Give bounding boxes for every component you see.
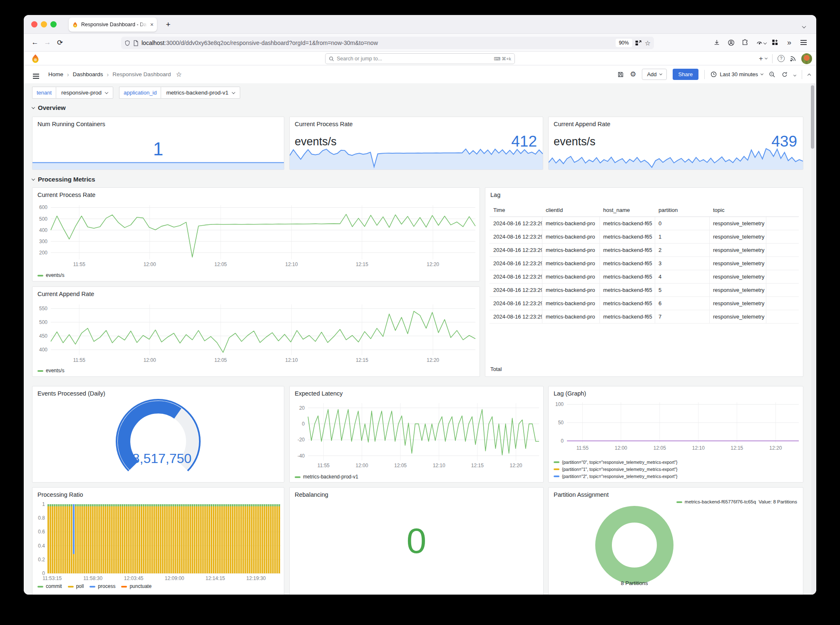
timeseries-chart[interactable]: 11:5512:0012:0512:1012:1512:20-40-20020	[290, 400, 543, 470]
add-menu-button[interactable]: +	[759, 55, 767, 63]
bookmark-star-icon[interactable]: ☆	[645, 39, 651, 47]
menu-icon[interactable]	[796, 40, 810, 45]
picture-in-picture-icon[interactable]	[635, 40, 642, 46]
sparkline	[32, 160, 284, 169]
collapse-toolbar-icon[interactable]	[808, 71, 810, 78]
variable-application-id-value[interactable]: metrics-backend-prod-v1	[161, 87, 240, 99]
overflow-icon[interactable]: »	[782, 38, 796, 47]
grafana-logo-icon[interactable]	[30, 53, 40, 64]
timeseries-chart[interactable]: 11:5512:0012:0512:1012:1512:20050100	[549, 399, 803, 452]
chart-legend[interactable]: {partition="0", topic="responsive_teleme…	[554, 460, 678, 479]
panel-processing-ratio[interactable]: Processing Ratio 00.20.40.60.8111:53:151…	[32, 487, 284, 595]
search-input[interactable]	[337, 56, 491, 62]
table-row[interactable]: 2024-08-16 12:23:29metrics-backend-prome…	[490, 270, 799, 284]
section-overview[interactable]: Overview	[32, 104, 66, 111]
dashboard-canvas: tenant responsive-prod application_id me…	[24, 83, 816, 595]
new-tab-button[interactable]: +	[163, 19, 174, 30]
panel-lag-graph[interactable]: Lag (Graph) 11:5512:0012:0512:1012:1512:…	[548, 386, 803, 483]
settings-gear-icon[interactable]: ⚙	[630, 70, 636, 79]
legend-item[interactable]: {partition="2", topic="responsive_teleme…	[554, 474, 678, 479]
back-button[interactable]: ←	[29, 38, 41, 47]
avatar[interactable]	[801, 53, 812, 64]
zoom-out-icon[interactable]	[769, 71, 775, 78]
scrollbar-thumb[interactable]	[811, 85, 814, 149]
table-row[interactable]: 2024-08-16 12:23:29metrics-backend-prome…	[490, 297, 799, 310]
legend-item[interactable]: commit	[37, 583, 62, 589]
legend-item[interactable]: process	[89, 583, 115, 589]
panel-current-process-rate-stat[interactable]: Current Process Rate events/s 412	[289, 117, 543, 170]
zoom-window-button[interactable]	[50, 21, 57, 27]
legend-item[interactable]: punctuate	[121, 583, 152, 589]
refresh-interval-chevron-icon[interactable]	[794, 71, 796, 78]
table-row[interactable]: 2024-08-16 12:23:29metrics-backend-prome…	[490, 244, 799, 257]
favorite-star-icon[interactable]: ☆	[176, 70, 182, 78]
tab-list-chevron-icon[interactable]	[803, 22, 805, 30]
panel-current-append-rate-chart[interactable]: Current Append Rate 11:5512:0012:0512:10…	[32, 286, 480, 377]
extension-icon[interactable]	[738, 39, 752, 46]
table-cell	[766, 284, 799, 296]
download-icon[interactable]	[710, 39, 724, 46]
chart-legend[interactable]: events/s	[37, 368, 65, 374]
svg-text:12:10: 12:10	[285, 261, 298, 267]
legend-item[interactable]: poll	[68, 583, 84, 589]
scrollbar[interactable]	[811, 83, 815, 595]
stacked-bar-chart[interactable]: 00.20.40.60.8111:53:1511:58:3012:03:4512…	[32, 502, 284, 582]
help-icon[interactable]: ?	[778, 55, 785, 62]
time-range-button[interactable]: Last 30 minutes	[711, 71, 763, 77]
chart-legend[interactable]: events/s	[37, 272, 65, 278]
section-processing-metrics[interactable]: Processing Metrics	[32, 176, 95, 183]
add-button[interactable]: Add	[642, 69, 666, 80]
table-cell: 2	[655, 244, 710, 256]
zoom-level-badge[interactable]: 90%	[616, 39, 632, 47]
panel-rebalancing[interactable]: Rebalancing 0	[289, 487, 544, 595]
news-icon[interactable]	[790, 55, 796, 62]
panel-expected-latency[interactable]: Expected Latency 11:5512:0012:0512:1012:…	[289, 386, 544, 483]
save-icon[interactable]	[617, 71, 624, 78]
address-bar[interactable]: localhost:3000/d/ddv0xy63e8q2oc/responsi…	[121, 37, 654, 49]
panel-current-process-rate-chart[interactable]: Current Process Rate 11:5512:0012:0512:1…	[32, 187, 480, 281]
extensions-icon[interactable]	[768, 39, 782, 46]
tab-close-icon[interactable]: ×	[150, 21, 154, 28]
lag-table[interactable]: TimeclientIdhost_namepartitiontopic2024-…	[490, 204, 799, 324]
legend-swatch	[676, 501, 682, 503]
share-button[interactable]: Share	[673, 69, 699, 80]
timeseries-chart[interactable]: 11:5512:0012:0512:1012:1512:202003004005…	[32, 202, 480, 269]
chart-legend[interactable]: metrics-backend-f65776f76-tc65q Value: 8…	[676, 499, 797, 504]
panel-events-processed-gauge[interactable]: Events Processed (Daily) 38,517,750	[32, 386, 284, 483]
table-row[interactable]: 2024-08-16 12:23:29metrics-backend-prome…	[490, 284, 799, 297]
breadcrumb-dashboards[interactable]: Dashboards	[73, 71, 103, 77]
chart-legend[interactable]: metrics-backend-prod-v1	[295, 474, 358, 480]
chart-legend[interactable]: commitpollprocesspunctuate	[37, 583, 152, 589]
legend-item[interactable]: {partition="0", topic="responsive_teleme…	[554, 460, 678, 465]
shield-icon[interactable]	[124, 40, 130, 46]
grafana-favicon-icon	[72, 22, 78, 28]
table-row[interactable]: 2024-08-16 12:23:29metrics-backend-prome…	[490, 310, 799, 324]
variable-tenant-value[interactable]: responsive-prod	[56, 87, 113, 99]
reload-button[interactable]: ⟳	[54, 38, 66, 47]
panel-lag-table[interactable]: Lag TimeclientIdhost_namepartitiontopic2…	[485, 187, 803, 377]
minimize-window-button[interactable]	[41, 21, 47, 27]
table-row[interactable]: 2024-08-16 12:23:29metrics-backend-prome…	[490, 257, 799, 270]
timeseries-chart[interactable]: 11:5512:0012:0512:1012:1512:204004505005…	[32, 301, 480, 364]
refresh-icon[interactable]	[781, 71, 788, 78]
panel-partition-assignment[interactable]: Partition Assignment metrics-backend-f65…	[548, 487, 803, 595]
close-window-button[interactable]	[31, 21, 37, 27]
page-icon[interactable]	[133, 40, 139, 46]
browser-tab[interactable]: Responsive Dashboard - Dashbo ×	[69, 17, 157, 32]
svg-text:-20: -20	[298, 437, 305, 443]
table-row[interactable]: 2024-08-16 12:23:29metrics-backend-prome…	[490, 217, 799, 230]
variable-tenant[interactable]: tenant responsive-prod	[32, 87, 113, 99]
search-box[interactable]: ⌨ ⌘+k	[325, 53, 515, 64]
sync-chevron-icon[interactable]	[764, 39, 766, 46]
legend-item[interactable]: {partition="1", topic="responsive_teleme…	[554, 467, 678, 472]
forward-button[interactable]: →	[41, 38, 54, 47]
account-icon[interactable]	[724, 39, 738, 46]
mega-menu-icon[interactable]	[33, 71, 39, 78]
legend-swatch	[37, 275, 43, 276]
table-row[interactable]: 2024-08-16 12:23:29metrics-backend-prome…	[490, 230, 799, 244]
url-text[interactable]: localhost:3000/d/ddv0xy63e8q2oc/responsi…	[142, 40, 613, 46]
breadcrumb-home[interactable]: Home	[48, 71, 63, 77]
variable-application-id[interactable]: application_id metrics-backend-prod-v1	[119, 87, 240, 99]
panel-num-running-containers[interactable]: Num Running Containers 1	[32, 117, 284, 170]
panel-current-append-rate-stat[interactable]: Current Append Rate events/s 439	[548, 117, 803, 170]
